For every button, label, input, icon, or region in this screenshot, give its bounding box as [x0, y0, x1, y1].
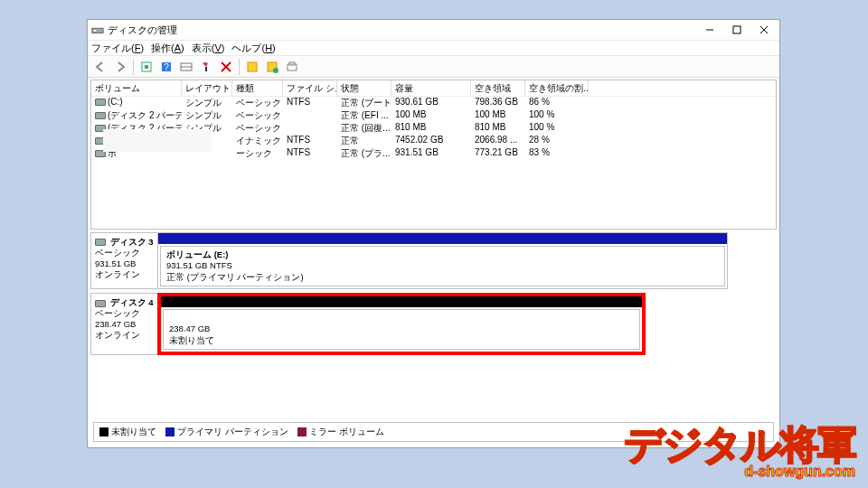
legend-primary: プライマリ パーティション — [165, 426, 288, 438]
legend: 未割り当て プライマリ パーティション ミラー ボリューム — [93, 422, 774, 442]
toolbar-button-3[interactable] — [177, 58, 195, 76]
menubar: ファイル(F) 操作(A) 表示(V) ヘルプ(H) — [88, 40, 779, 56]
disk-icon — [95, 300, 106, 307]
disk-management-window: ディスクの管理 ファイル(F) 操作(A) 表示(V) ヘルプ(H) ? ボリュ… — [87, 19, 780, 448]
col-fs[interactable]: ファイル システム — [283, 80, 337, 96]
svg-rect-12 — [205, 67, 207, 71]
col-capacity[interactable]: 容量 — [392, 80, 471, 96]
toolbar-button-6[interactable] — [243, 58, 261, 76]
col-freepct[interactable]: 空き領域の割... — [525, 80, 589, 96]
toolbar: ? — [88, 56, 779, 78]
svg-rect-3 — [733, 26, 741, 33]
volume-list-header[interactable]: ボリューム レイアウト 種類 ファイル システム 状態 容量 空き領域 空き領域… — [91, 80, 776, 97]
volume-list-pane[interactable]: ボリューム レイアウト 種類 ファイル システム 状態 容量 空き領域 空き領域… — [90, 80, 777, 230]
col-volume[interactable]: ボリューム — [91, 80, 182, 96]
maximize-button[interactable] — [723, 21, 750, 39]
svg-rect-7 — [145, 65, 148, 69]
titlebar[interactable]: ディスクの管理 — [88, 20, 779, 40]
col-status[interactable]: 状態 — [337, 80, 392, 96]
help-icon[interactable]: ? — [157, 58, 175, 76]
menu-view[interactable]: 表示(V) — [192, 42, 225, 55]
graphical-view: ディスク 3 ベーシック 931.51 GB オンライン ボリューム (E:) … — [90, 232, 777, 445]
back-button[interactable] — [91, 58, 109, 76]
disk-icon — [95, 239, 106, 246]
col-type[interactable]: 種類 — [232, 80, 283, 96]
window-title: ディスクの管理 — [108, 23, 696, 37]
app-icon — [91, 23, 104, 36]
col-free[interactable]: 空き領域 — [471, 80, 525, 96]
svg-rect-19 — [289, 62, 295, 65]
redaction-mask — [103, 129, 212, 152]
close-button[interactable] — [750, 21, 778, 39]
toolbar-button-1[interactable] — [137, 58, 156, 76]
col-layout[interactable]: レイアウト — [182, 80, 232, 96]
disk3-info: ディスク 3 ベーシック 931.51 GB オンライン — [91, 233, 158, 288]
svg-rect-1 — [94, 30, 97, 32]
disk3-partition-bar — [158, 233, 727, 244]
svg-rect-15 — [248, 62, 257, 71]
svg-point-17 — [273, 68, 278, 73]
toolbar-button-7[interactable] — [263, 58, 281, 76]
legend-mirror: ミラー ボリューム — [297, 426, 384, 438]
delete-icon[interactable] — [217, 58, 235, 76]
disk3-pane[interactable]: ディスク 3 ベーシック 931.51 GB オンライン ボリューム (E:) … — [90, 232, 728, 289]
disk4-partition-bar — [161, 296, 642, 307]
disk4-partition[interactable]: 238.47 GB 未割り当て — [163, 309, 640, 350]
menu-help[interactable]: ヘルプ(H) — [231, 42, 275, 55]
disk4-highlight: 238.47 GB 未割り当て — [157, 293, 646, 355]
disk3-partition[interactable]: ボリューム (E:) 931.51 GB NTFS 正常 (プライマリ パーティ… — [160, 246, 725, 286]
menu-file[interactable]: ファイル(F) — [91, 42, 144, 55]
disk4-info: ディスク 4 ベーシック 238.47 GB オンライン — [90, 293, 157, 355]
toolbar-settings-icon[interactable] — [197, 58, 215, 76]
forward-button[interactable] — [111, 58, 129, 76]
volume-row[interactable]: (C:)シンプルベーシックNTFS正常 (ブート...930.61 GB798.… — [91, 97, 776, 109]
volume-row[interactable]: (ディスク 2 パーティシ...シンプルベーシック正常 (EFI ...100 … — [91, 109, 776, 122]
legend-unallocated: 未割り当て — [99, 426, 156, 438]
svg-text:?: ? — [164, 62, 169, 72]
menu-action[interactable]: 操作(A) — [151, 42, 184, 55]
toolbar-button-8[interactable] — [283, 58, 301, 76]
minimize-button[interactable] — [696, 21, 723, 39]
